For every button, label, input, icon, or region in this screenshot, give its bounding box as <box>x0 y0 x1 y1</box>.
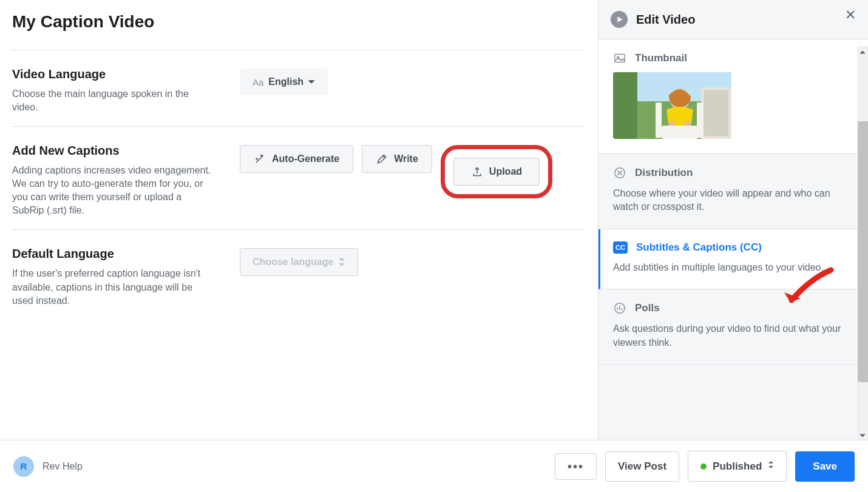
subtitles-label: Subtitles & Captions (CC) <box>636 241 762 254</box>
video-language-section: Video Language Choose the main language … <box>12 67 586 127</box>
add-captions-desc: Adding captions increases video engageme… <box>12 164 215 217</box>
published-dropdown[interactable]: Published <box>688 451 787 482</box>
default-language-desc: If the user's preferred caption language… <box>12 267 215 307</box>
status-dot-icon <box>700 463 707 470</box>
default-language-heading: Default Language <box>12 247 215 261</box>
scroll-down-button[interactable] <box>859 431 867 439</box>
svg-point-8 <box>668 121 676 126</box>
video-language-dropdown[interactable]: Aa English <box>240 69 328 95</box>
auto-generate-button[interactable]: Auto-Generate <box>240 145 353 173</box>
scroll-up-button[interactable] <box>859 47 867 55</box>
text-icon: Aa <box>253 77 263 87</box>
thumbnail-label: Thumbnail <box>635 52 687 64</box>
footer-bar: R Rev Help ••• View Post Published Save <box>0 440 868 492</box>
default-language-placeholder: Choose language <box>253 257 333 268</box>
distribution-desc: Choose where your video will appear and … <box>613 187 853 214</box>
magic-wand-icon <box>254 153 266 165</box>
avatar-name: Rev Help <box>42 461 83 472</box>
svg-rect-4 <box>613 72 637 139</box>
avatar[interactable]: R <box>13 456 34 477</box>
annotation-arrow-icon <box>779 267 834 309</box>
page-title: My Caption Video <box>12 12 586 32</box>
thumbnail-image[interactable] <box>613 72 731 139</box>
video-language-desc: Choose the main language spoken in the v… <box>12 87 215 114</box>
sort-icon <box>768 460 774 470</box>
write-button[interactable]: Write <box>362 145 432 173</box>
distribution-icon <box>613 166 626 180</box>
add-captions-heading: Add New Captions <box>12 144 215 158</box>
caret-down-icon <box>307 78 316 86</box>
default-language-section: Default Language If the user's preferred… <box>12 247 586 319</box>
polls-label: Polls <box>635 302 660 314</box>
pencil-icon <box>376 153 388 165</box>
main-panel: My Caption Video Video Language Choose t… <box>0 0 598 492</box>
add-captions-section: Add New Captions Adding captions increas… <box>12 144 586 230</box>
upload-label: Upload <box>489 166 522 177</box>
svg-rect-0 <box>615 55 625 62</box>
view-post-button[interactable]: View Post <box>605 451 679 482</box>
distribution-label: Distribution <box>635 167 693 179</box>
video-language-heading: Video Language <box>12 67 215 81</box>
sidebar-item-thumbnail[interactable]: Thumbnail <box>598 39 868 154</box>
video-language-value: English <box>268 76 303 87</box>
divider <box>12 50 586 50</box>
play-icon <box>611 11 628 28</box>
published-label: Published <box>713 460 762 473</box>
image-icon <box>613 52 626 65</box>
upload-button[interactable]: Upload <box>453 158 540 186</box>
auto-generate-label: Auto-Generate <box>272 153 339 164</box>
cc-icon: CC <box>613 241 628 254</box>
sidebar-item-distribution[interactable]: Distribution Choose where your video wil… <box>598 154 868 229</box>
more-button[interactable]: ••• <box>555 453 597 480</box>
upload-highlight: Upload <box>441 145 552 198</box>
polls-desc: Ask questions during your video to find … <box>613 322 853 349</box>
default-language-dropdown[interactable]: Choose language <box>240 248 358 275</box>
sidebar-title: Edit Video <box>636 13 695 27</box>
close-button[interactable]: ✕ <box>845 7 856 23</box>
scrollbar-thumb[interactable] <box>858 121 868 382</box>
sort-icon <box>338 256 345 268</box>
sidebar-scroll: Thumbnail <box>598 39 868 492</box>
svg-rect-6 <box>704 90 728 136</box>
sidebar-header: Edit Video <box>598 0 868 39</box>
polls-icon <box>613 302 626 315</box>
svg-point-9 <box>684 121 691 126</box>
write-label: Write <box>394 153 418 164</box>
svg-rect-12 <box>697 103 703 138</box>
upload-icon <box>471 166 483 178</box>
save-button[interactable]: Save <box>795 451 855 482</box>
svg-rect-11 <box>656 103 662 138</box>
svg-rect-10 <box>662 126 698 139</box>
edit-video-sidebar: Edit Video ✕ Thumbnail <box>598 0 868 492</box>
